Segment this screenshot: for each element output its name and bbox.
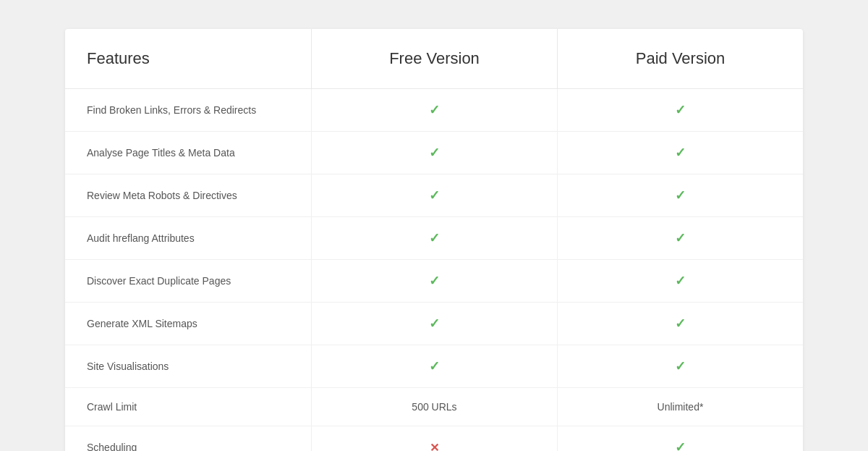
free-version-value: 500 URLs bbox=[412, 401, 456, 413]
check-icon: ✓ bbox=[675, 358, 686, 374]
check-icon: ✓ bbox=[429, 187, 440, 203]
features-column-header: Features bbox=[65, 29, 311, 88]
feature-cell: Analyse Page Titles & Meta Data bbox=[65, 132, 311, 174]
paid-version-cell: ✓ bbox=[557, 345, 803, 387]
table-header: Features Free Version Paid Version bbox=[65, 29, 803, 89]
free-version-cell: 500 URLs bbox=[311, 388, 557, 426]
free-version-cell: ✓ bbox=[311, 89, 557, 131]
feature-cell: Site Visualisations bbox=[65, 345, 311, 387]
check-icon: ✓ bbox=[675, 439, 686, 451]
paid-version-cell: ✓ bbox=[557, 132, 803, 174]
check-icon: ✓ bbox=[675, 187, 686, 203]
paid-version-value: Unlimited* bbox=[658, 401, 704, 413]
table-row: Find Broken Links, Errors & Redirects✓✓ bbox=[65, 89, 803, 132]
free-version-cell: ✕ bbox=[311, 426, 557, 451]
check-icon: ✓ bbox=[429, 230, 440, 246]
feature-cell: Crawl Limit bbox=[65, 388, 311, 426]
paid-version-column-header: Paid Version bbox=[557, 29, 803, 88]
check-icon: ✓ bbox=[429, 358, 440, 374]
check-icon: ✓ bbox=[429, 102, 440, 118]
free-version-cell: ✓ bbox=[311, 303, 557, 345]
feature-cell: Scheduling bbox=[65, 426, 311, 451]
table-row: Discover Exact Duplicate Pages✓✓ bbox=[65, 260, 803, 303]
check-icon: ✓ bbox=[675, 230, 686, 246]
free-version-cell: ✓ bbox=[311, 132, 557, 174]
table-body: Find Broken Links, Errors & Redirects✓✓A… bbox=[65, 89, 803, 451]
paid-version-cell: Unlimited* bbox=[557, 388, 803, 426]
free-version-column-header: Free Version bbox=[311, 29, 557, 88]
check-icon: ✓ bbox=[675, 316, 686, 332]
cross-icon: ✕ bbox=[430, 441, 439, 452]
paid-version-cell: ✓ bbox=[557, 260, 803, 302]
check-icon: ✓ bbox=[675, 273, 686, 289]
free-version-cell: ✓ bbox=[311, 260, 557, 302]
table-row: Review Meta Robots & Directives✓✓ bbox=[65, 174, 803, 217]
paid-version-cell: ✓ bbox=[557, 174, 803, 216]
free-version-cell: ✓ bbox=[311, 174, 557, 216]
feature-cell: Review Meta Robots & Directives bbox=[65, 174, 311, 216]
check-icon: ✓ bbox=[675, 145, 686, 161]
free-version-cell: ✓ bbox=[311, 345, 557, 387]
table-row: Generate XML Sitemaps✓✓ bbox=[65, 303, 803, 345]
check-icon: ✓ bbox=[429, 316, 440, 332]
comparison-table: Features Free Version Paid Version Find … bbox=[65, 29, 803, 451]
paid-version-cell: ✓ bbox=[557, 303, 803, 345]
table-row: Scheduling✕✓ bbox=[65, 426, 803, 451]
table-row: Analyse Page Titles & Meta Data✓✓ bbox=[65, 132, 803, 174]
check-icon: ✓ bbox=[429, 145, 440, 161]
table-row: Audit hreflang Attributes✓✓ bbox=[65, 217, 803, 260]
check-icon: ✓ bbox=[675, 102, 686, 118]
feature-cell: Generate XML Sitemaps bbox=[65, 303, 311, 345]
feature-cell: Audit hreflang Attributes bbox=[65, 217, 311, 259]
paid-version-cell: ✓ bbox=[557, 426, 803, 451]
table-row: Crawl Limit500 URLsUnlimited* bbox=[65, 388, 803, 426]
feature-cell: Discover Exact Duplicate Pages bbox=[65, 260, 311, 302]
check-icon: ✓ bbox=[429, 273, 440, 289]
feature-cell: Find Broken Links, Errors & Redirects bbox=[65, 89, 311, 131]
table-row: Site Visualisations✓✓ bbox=[65, 345, 803, 388]
paid-version-cell: ✓ bbox=[557, 89, 803, 131]
free-version-cell: ✓ bbox=[311, 217, 557, 259]
paid-version-cell: ✓ bbox=[557, 217, 803, 259]
